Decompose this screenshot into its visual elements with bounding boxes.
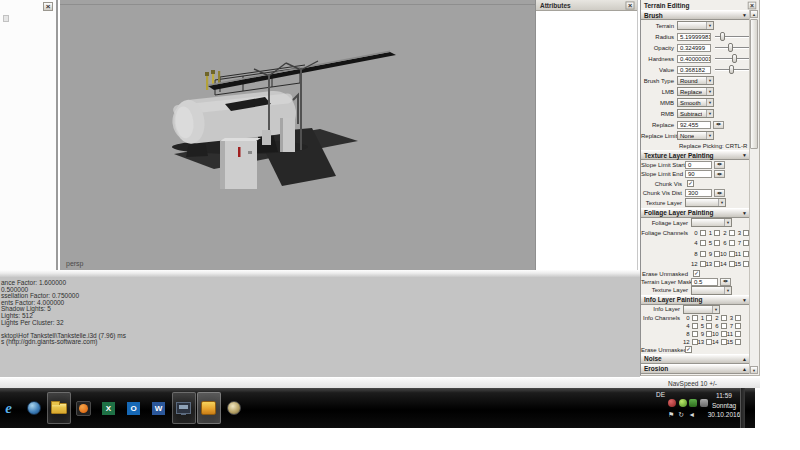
clock-date: 30.10.2016 — [703, 410, 745, 420]
field-opacity: Opacity 0.324999 — [641, 42, 751, 53]
volume-icon[interactable]: ◄ — [688, 411, 695, 419]
media-player-icon[interactable] — [72, 392, 96, 424]
field-brush-type: Brush Type Round ▼ — [641, 75, 751, 86]
replace-input[interactable]: 92.455 — [677, 121, 711, 129]
compass-game-icon[interactable] — [222, 392, 246, 424]
opacity-slider[interactable] — [715, 43, 751, 52]
terrain-layer-mask-input[interactable]: 0.5 — [691, 278, 718, 286]
info-erase-unmasked-checkbox[interactable]: ✓ — [685, 346, 692, 353]
value-label: Value — [641, 67, 677, 73]
mmb-dropdown[interactable]: Smooth ▼ — [677, 98, 714, 107]
scroll-up-icon[interactable]: ▲ — [750, 10, 758, 18]
field-slope-limit-end: Slope Limit End 90 ◀▶ — [641, 170, 751, 180]
word-icon[interactable]: W — [147, 392, 171, 424]
foliage-channel-pair: 9 — [706, 249, 721, 260]
channel-number: 5 — [701, 323, 704, 329]
excel-icon[interactable]: X — [97, 392, 121, 424]
channel-number: 6 — [715, 323, 718, 329]
panel-scrollbar[interactable]: ▲ ▼ — [749, 10, 758, 374]
value-slider[interactable] — [715, 65, 751, 74]
folder-explorer-icon[interactable] — [47, 392, 71, 424]
radius-input[interactable]: 5.19999981 — [677, 33, 711, 41]
chunk-vis-checkbox[interactable]: ✓ — [687, 180, 694, 187]
replace-limit-dropdown[interactable]: None ▼ — [677, 131, 714, 140]
viewport-3d[interactable]: persp — [60, 0, 535, 270]
slope-limit-end-stepper[interactable]: ◀▶ — [714, 170, 725, 178]
viewport-camera-label: persp — [66, 260, 84, 267]
foliage-channel-pair: 11 — [735, 249, 750, 260]
channel-number: 13 — [706, 261, 713, 267]
texture-layer-label: Texture Layer — [641, 287, 691, 293]
foliage-layer-dropdown[interactable]: ▼ — [691, 218, 732, 227]
chevron-up-icon: ▲ — [742, 366, 747, 372]
info-channel-15-checkbox[interactable] — [735, 339, 741, 345]
mmb-label: MMB — [641, 100, 677, 106]
attributes-title: Attributes — [540, 2, 571, 9]
info-channel-pair: 0 — [683, 314, 698, 322]
sync-icon[interactable]: ↻ — [678, 411, 684, 419]
info-channel-3-checkbox[interactable] — [735, 315, 741, 321]
section-header-info-layer-painting[interactable]: Info Layer Painting ▼ — [641, 295, 751, 305]
radius-slider[interactable] — [715, 32, 751, 41]
close-icon[interactable]: × — [43, 2, 53, 11]
replace-stepper[interactable]: ◀▶ — [713, 121, 724, 129]
foliage-layer-label: Foliage Layer — [641, 220, 691, 226]
chevron-down-icon: ▼ — [718, 199, 725, 206]
channel-number: 1 — [709, 230, 712, 236]
info-channel-7-checkbox[interactable] — [735, 323, 741, 329]
hardness-slider[interactable] — [715, 54, 751, 63]
language-indicator[interactable]: DE — [656, 391, 665, 398]
chunk-vis-dist-input[interactable]: 300 — [685, 189, 712, 197]
close-icon[interactable]: × — [626, 1, 635, 9]
foliage-channel-pair: 8 — [691, 249, 706, 260]
field-chunk-vis: Chunk Vis ✓ — [641, 179, 751, 189]
texture-layer-label: Texture Layer — [641, 200, 685, 206]
scroll-down-icon[interactable]: ▼ — [750, 366, 758, 374]
show-desktop-button[interactable] — [740, 388, 745, 428]
section-header-foliage-layer-painting[interactable]: Foliage Layer Painting ▼ — [641, 208, 751, 218]
texture-layer-dropdown[interactable]: ▼ — [685, 198, 726, 207]
section-header-noise[interactable]: Noise ▲ — [641, 354, 751, 364]
log-line: ance Factor: 1.600000 — [1, 280, 640, 287]
terrain-dropdown[interactable]: ▼ — [677, 21, 714, 30]
section-header-erosion[interactable]: Erosion ▲ — [641, 364, 751, 374]
chunk-vis-label: Chunk Vis — [641, 181, 685, 187]
hardness-input[interactable]: 0.40000001 — [677, 55, 711, 63]
folder-explorer-icon — [51, 403, 67, 414]
slope-limit-start-input[interactable]: 0 — [685, 161, 712, 169]
foliage-texture-layer-dropdown[interactable]: ▼ — [691, 286, 732, 295]
section-header-brush[interactable]: Brush ▼ — [641, 10, 751, 20]
terrain-layer-mask-stepper[interactable]: ◀▶ — [720, 278, 731, 286]
tray-status-green-icon[interactable] — [679, 399, 687, 407]
foliage-channel-pair: 4 — [691, 238, 706, 249]
info-layer-dropdown[interactable]: ▼ — [683, 305, 720, 314]
splitter-handle[interactable] — [0, 270, 640, 277]
tray-icons — [668, 399, 708, 407]
slope-limit-end-input[interactable]: 90 — [685, 170, 712, 178]
foliage-erase-unmasked-checkbox[interactable]: ✓ — [693, 270, 700, 277]
info-channel-pair: 10 — [712, 330, 727, 338]
rmb-dropdown[interactable]: Subtract ▼ — [677, 109, 714, 118]
tray-status-red-icon[interactable] — [668, 399, 676, 407]
brush-type-dropdown[interactable]: Round ▼ — [677, 76, 714, 85]
giants-editor-icon[interactable] — [197, 392, 221, 424]
value-input[interactable]: 0.368182 — [677, 66, 711, 74]
scrollbar-thumb[interactable] — [750, 19, 758, 149]
close-icon[interactable]: × — [748, 1, 757, 9]
chunk-vis-dist-stepper[interactable]: ◀▶ — [714, 189, 725, 197]
monitor-app-icon[interactable] — [172, 392, 196, 424]
section-header-texture-layer-painting[interactable]: Texture Layer Painting ▼ — [641, 150, 751, 160]
slope-limit-start-stepper[interactable]: ◀▶ — [714, 161, 725, 169]
globe-icon[interactable] — [22, 392, 46, 424]
opacity-input[interactable]: 0.324999 — [677, 44, 711, 52]
flag-icon[interactable]: ⚑ — [668, 411, 674, 419]
outlook-icon[interactable]: O — [122, 392, 146, 424]
info-channel-11-checkbox[interactable] — [735, 331, 741, 337]
tray-status-chip-icon[interactable] — [689, 399, 697, 407]
taskbar-clock[interactable]: 11:59 Sonntag 30.10.2016 — [703, 391, 745, 420]
lmb-dropdown[interactable]: Replace ▼ — [677, 87, 714, 96]
chevron-down-icon: ▼ — [706, 110, 713, 117]
channel-number: 8 — [694, 251, 697, 257]
internet-explorer-icon[interactable]: e — [0, 392, 21, 424]
info-channel-pair: 2 — [712, 314, 727, 322]
